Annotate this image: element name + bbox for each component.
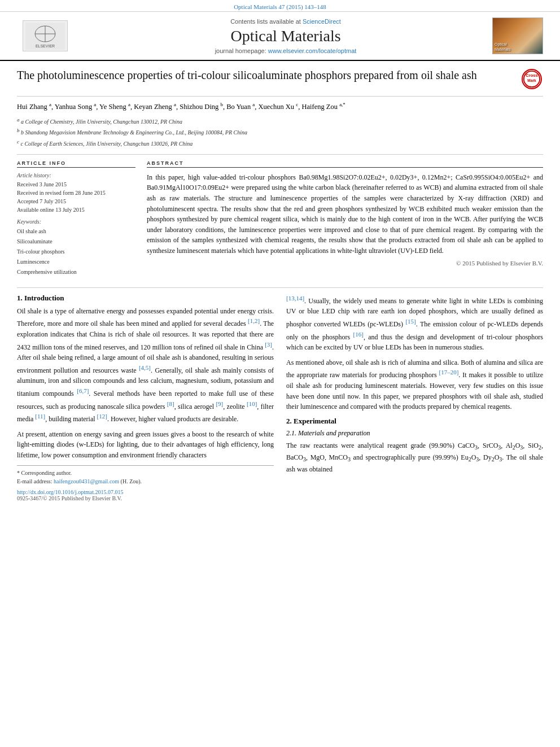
footnote-email: E-mail address: haifengzou0431@gmail.com… [17,477,274,486]
journal-name: Optical Materials [79,27,492,45]
svg-text:ELSEVIER: ELSEVIER [36,44,55,48]
authors-line: Hui Zhang a, Yanhua Song a, Ye Sheng a, … [17,101,543,112]
ref-11: [11] [35,413,45,420]
ref-10: [10] [247,400,257,407]
history-label: Article history: [17,172,135,178]
keywords-section: Keywords: Oil shale ash Silicoaluminate … [17,219,135,277]
section-divider [17,287,543,288]
introduction-heading: 1. Introduction [17,294,274,303]
keyword-3: Tri-colour phosphors [17,247,135,257]
article-title-section: The photoluminescence properties of tri-… [17,68,543,97]
ref-6-7: [6,7] [77,387,89,394]
sciencedirect-link[interactable]: ScienceDirect [303,18,341,25]
contents-line: Contents lists available at ScienceDirec… [79,18,492,25]
ref-13-14: [13,14] [286,295,304,302]
footnote-corresponding: * Corresponding author. [17,469,274,477]
affiliation-a: a a College of Chemistry, Jilin Universi… [17,116,543,126]
abstract-label: ABSTRACT [147,160,543,168]
crossmark-badge: Cross Mark [520,68,543,90]
keyword-5: Comprehensive utilization [17,267,135,277]
article-info-label: ARTICLE INFO [17,160,135,168]
right-para-1: [13,14]. Usually, the widely used means … [286,294,543,353]
keywords-label: Keywords: [17,219,135,225]
homepage-url[interactable]: www.elsevier.com/locate/optmat [268,47,357,54]
crossmark-circle: Cross Mark [522,69,542,89]
journal-header-center: Contents lists available at ScienceDirec… [79,18,492,54]
ref-4-5: [4,5] [139,364,151,371]
received-date: Received 3 June 2015 [17,180,135,189]
materials-para: The raw reactants were analytical reagen… [286,440,543,474]
keywords-list: Oil shale ash Silicoaluminate Tri-colour… [17,226,135,277]
main-left-col: 1. Introduction Oil shale is a type of a… [17,294,274,501]
email-link[interactable]: haifengzou0431@gmail.com [54,478,119,484]
journal-header: ELSEVIER Contents lists available at Sci… [0,12,560,61]
ref-12: [12] [97,413,107,420]
svg-text:Cross: Cross [526,73,537,78]
publisher-logo-area: ELSEVIER [11,20,79,51]
svg-text:Mark: Mark [527,78,536,82]
journal-citation: Optical Materials 47 (2015) 143–148 [234,3,326,10]
main-right-col: [13,14]. Usually, the widely used means … [286,294,543,501]
intro-para-2: At present, attention on energy saving a… [17,429,274,461]
elsevier-logo: ELSEVIER [11,20,79,51]
accepted-date: Accepted 7 July 2015 [17,197,135,206]
article-info-col: ARTICLE INFO Article history: Received 3… [17,160,135,282]
materials-heading: 2.1. Materials and preparation [286,429,543,438]
keyword-4: Luminescence [17,257,135,267]
ref-1-2: [1,2] [248,317,260,324]
experimental-heading: 2. Experimental [286,417,543,426]
right-para-2: As mentioned above, oil shale ash is ric… [286,357,543,412]
abstract-copyright: © 2015 Published by Elsevier B.V. [147,260,543,267]
received-revised-date: Received in revised form 28 June 2015 [17,189,135,197]
journal-homepage: journal homepage: www.elsevier.com/locat… [79,47,492,54]
affiliation-b: b b Shandong Megavision Membrane Technol… [17,126,543,137]
abstract-col: ABSTRACT In this paper, high value-added… [147,160,543,282]
cover-title: OpticalMaterials [495,42,510,52]
journal-top-bar: Optical Materials 47 (2015) 143–148 [0,0,560,12]
affiliations: a a College of Chemistry, Jilin Universi… [17,116,543,155]
article-title: The photoluminescence properties of tri-… [17,68,515,82]
footnote-section: * Corresponding author. E-mail address: … [17,465,274,486]
keyword-1: Oil shale ash [17,226,135,237]
journal-cover-image: OpticalMaterials [492,18,543,54]
abstract-section: In this paper, high value-added tri-colo… [147,172,543,267]
ref-3: [3] [265,341,272,348]
article-history: Article history: Received 3 June 2015 Re… [17,172,135,214]
ref-16: [16] [353,331,364,338]
ref-17-20: [17–20] [439,369,459,375]
ref-9: [9] [216,400,223,407]
article-info-abstract-section: ARTICLE INFO Article history: Received 3… [17,160,543,282]
main-content: 1. Introduction Oil shale is a type of a… [17,294,543,501]
keyword-2: Silicoaluminate [17,237,135,247]
doi-footer[interactable]: http://dx.doi.org/10.1016/j.optmat.2015.… [17,489,274,495]
ref-15: [15] [405,318,415,325]
copyright-footer: 0925-3467/© 2015 Published by Elsevier B… [17,495,274,501]
abstract-text: In this paper, high value-added tri-colo… [147,172,543,256]
ref-8: [8] [167,400,174,407]
affiliation-c: c c College of Earth Sciences, Jilin Uni… [17,138,543,148]
journal-cover-area: OpticalMaterials [492,18,549,54]
elsevier-logo-image: ELSEVIER [23,20,68,51]
available-date: Available online 13 July 2015 [17,206,135,214]
intro-para-1: Oil shale is a type of alternative energ… [17,306,274,425]
article-body: The photoluminescence properties of tri-… [0,61,560,513]
